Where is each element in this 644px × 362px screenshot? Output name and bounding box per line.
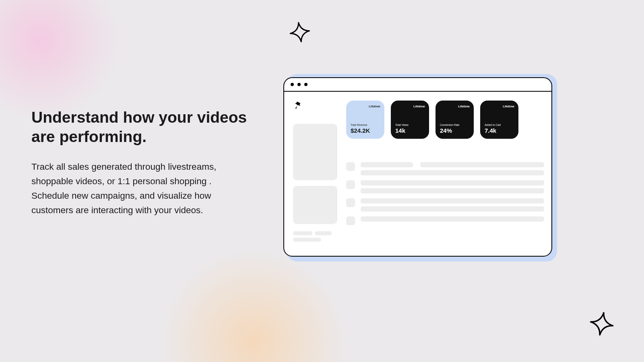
- skeleton-bar: [361, 188, 544, 193]
- stat-value: $24.2K: [351, 127, 380, 134]
- stat-period: Lifetime: [351, 105, 380, 108]
- gradient-top: [0, 0, 121, 121]
- stat-label: Conversion Rate: [440, 123, 470, 126]
- pin-icon: [293, 101, 302, 109]
- page-body: Track all sales generated through livest…: [31, 160, 249, 218]
- skeleton-bar: [420, 162, 544, 167]
- skeleton-square: [346, 180, 355, 189]
- stat-card-revenue[interactable]: Lifetime Total Revenue $24.2K: [346, 101, 384, 139]
- stat-card-views[interactable]: Lifetime Total Views 14k: [391, 101, 429, 139]
- stat-card-conversion[interactable]: Lifetime Conversion Rate 24%: [436, 101, 474, 139]
- stats-row: Lifetime Total Revenue $24.2K Lifetime T…: [346, 101, 544, 139]
- stat-period: Lifetime: [440, 105, 470, 108]
- traffic-light-dot: [291, 83, 294, 86]
- skeleton-bar: [361, 198, 544, 204]
- skeleton-bar: [361, 206, 544, 212]
- skeleton-square: [346, 198, 355, 207]
- stat-value: 7.4k: [485, 127, 514, 134]
- window-titlebar: [284, 78, 551, 92]
- sparkle-icon: [288, 20, 312, 44]
- analytics-window-wrap: Lifetime Total Revenue $24.2K Lifetime T…: [283, 77, 552, 257]
- content-skeleton: [346, 162, 544, 225]
- window-content: Lifetime Total Revenue $24.2K Lifetime T…: [284, 92, 551, 249]
- sidebar-placeholder: [293, 186, 337, 224]
- placeholder-pill: [315, 231, 332, 235]
- stat-value: 14k: [395, 127, 425, 134]
- sidebar-placeholder: [293, 124, 337, 180]
- stat-label: Added to Cart: [485, 123, 514, 126]
- page-heading: Understand how your videos are performin…: [31, 108, 249, 146]
- skeleton-row: [346, 180, 544, 193]
- sidebar-text-placeholder: [293, 231, 337, 242]
- skeleton-row: [346, 162, 544, 175]
- stat-label: Total Revenue: [351, 123, 380, 126]
- stat-label: Total Views: [395, 123, 425, 126]
- skeleton-square: [346, 216, 355, 225]
- stat-card-cart[interactable]: Lifetime Added to Cart 7.4k: [480, 101, 518, 139]
- stat-period: Lifetime: [485, 105, 514, 108]
- skeleton-square: [346, 162, 355, 171]
- sidebar: [293, 101, 337, 242]
- stat-period: Lifetime: [395, 105, 425, 108]
- traffic-light-dot: [297, 83, 301, 86]
- marketing-copy: Understand how your videos are performin…: [31, 108, 249, 218]
- stat-value: 24%: [440, 127, 470, 134]
- skeleton-bar: [361, 180, 544, 185]
- skeleton-row: [346, 216, 544, 225]
- sparkle-icon: [588, 310, 616, 338]
- skeleton-bar: [361, 170, 544, 175]
- main-panel: Lifetime Total Revenue $24.2K Lifetime T…: [346, 101, 544, 242]
- placeholder-pill: [293, 238, 321, 242]
- traffic-light-dot: [304, 83, 308, 86]
- skeleton-bar: [361, 216, 544, 222]
- skeleton-bar: [361, 162, 413, 167]
- analytics-window: Lifetime Total Revenue $24.2K Lifetime T…: [283, 77, 552, 257]
- placeholder-pill: [293, 231, 312, 235]
- skeleton-row: [346, 198, 544, 212]
